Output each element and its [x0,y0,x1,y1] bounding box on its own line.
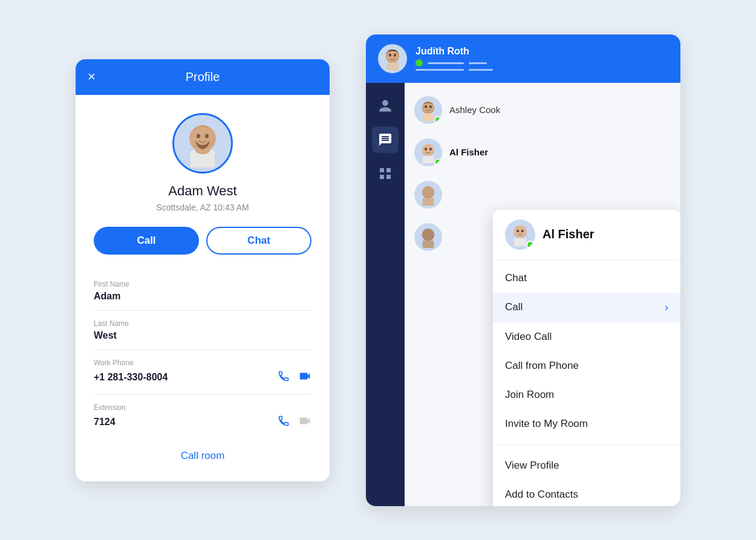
svg-point-19 [425,148,427,151]
last-name-value: West [94,330,117,341]
call-button[interactable]: Call [94,227,199,255]
contact4-avatar-image [417,226,439,248]
contact3-avatar-image [417,184,439,206]
menu-item-invite-room[interactable]: Invite to My Room [493,409,680,438]
menu-item-call[interactable]: Call › [493,293,680,322]
svg-point-10 [394,53,396,56]
menu-call-from-phone-label: Call from Phone [505,360,579,372]
field-first-name: First Name Adam [94,272,311,311]
extension-video-icon [298,414,311,431]
close-button[interactable]: × [88,70,96,83]
svg-rect-32 [514,238,526,246]
avatar-image [178,119,227,168]
menu-item-video-call[interactable]: Video Call [493,322,680,351]
judith-avatar-image [381,47,404,70]
contact4-avatar [414,223,442,251]
call-room-button[interactable]: Call room [94,439,311,467]
menu-item-view-profile[interactable]: View Profile [493,451,680,480]
field-work-phone: Work Phone +1 281-330-8004 [94,350,311,395]
svg-point-3 [197,134,200,138]
svg-point-9 [389,53,391,56]
contact-item-ashley[interactable]: Ashley Cook [405,89,680,131]
svg-point-23 [423,186,434,197]
context-avatar [505,220,535,250]
context-contact-name: Al Fisher [543,227,595,241]
profile-title: Profile [90,70,315,84]
field-last-name: Last Name West [94,311,311,350]
menu-add-contacts-label: Add to Contacts [505,489,578,501]
profile-name: Adam West [94,183,311,199]
menu-divider [493,444,680,445]
extension-value: 7124 [94,417,116,428]
svg-point-4 [205,134,209,138]
menu-item-add-contacts[interactable]: Add to Contacts [493,480,680,506]
header-info: Judith Roth [415,46,668,71]
ashley-online-dot [434,116,442,123]
menu-view-profile-label: View Profile [505,460,559,472]
call-chevron-icon: › [665,301,668,314]
svg-point-15 [429,105,432,108]
right-panel: Judith Roth [366,34,680,506]
svg-point-30 [516,229,519,232]
avatar-container [94,113,311,174]
work-phone-value: +1 281-330-8004 [94,372,168,383]
contact-item-al[interactable]: Al Fisher [405,131,680,174]
svg-point-18 [423,143,434,155]
menu-join-room-label: Join Room [505,389,554,401]
nav-chat-icon[interactable] [372,126,399,153]
work-phone-video-icon[interactable] [298,369,311,386]
ashley-name: Ashley Cook [449,105,500,115]
svg-rect-24 [423,198,434,206]
svg-rect-27 [423,240,434,248]
svg-point-14 [425,105,427,108]
profile-body: Adam West Scottsdale, AZ 10:43 AM Call C… [76,95,330,481]
menu-item-call-from-phone[interactable]: Call from Phone [493,351,680,380]
ashley-avatar [414,96,442,124]
chat-button[interactable]: Chat [206,227,311,255]
profile-location: Scottsdale, AZ 10:43 AM [94,203,311,212]
last-name-label: Last Name [94,319,311,328]
status-bar-2 [469,62,487,64]
header-bottom-bars [415,69,668,71]
context-menu: Al Fisher Chat Call › Video Call Call fr… [493,210,680,506]
first-name-label: First Name [94,280,311,288]
menu-item-join-room[interactable]: Join Room [493,380,680,409]
menu-call-label: Call [505,301,523,313]
sidebar-nav [366,83,405,506]
extension-call-icon[interactable] [278,415,290,430]
first-name-value: Adam [94,291,120,302]
header-bar-4 [469,69,493,71]
field-extension: Extension 7124 [94,395,311,439]
context-online-dot [526,241,534,249]
context-menu-header: Al Fisher [493,210,680,260]
svg-rect-21 [423,155,434,163]
svg-point-31 [521,229,524,232]
menu-invite-room-label: Invite to My Room [505,418,588,430]
extension-label: Extension [94,403,311,412]
svg-point-26 [423,228,434,239]
menu-item-chat[interactable]: Chat [493,264,680,293]
avatar [172,113,233,174]
profile-header: × Profile [76,59,330,95]
header-status [415,59,668,67]
header-name: Judith Roth [415,46,668,57]
svg-rect-11 [386,62,399,70]
work-phone-label: Work Phone [94,359,311,367]
contact3-avatar [414,181,442,209]
header-avatar [378,44,407,73]
svg-rect-16 [423,113,434,121]
status-bar-1 [428,62,464,64]
svg-point-29 [514,225,526,237]
svg-point-2 [192,126,213,148]
menu-section-profile: View Profile Add to Contacts [493,447,680,506]
al-name: Al Fisher [449,147,488,157]
al-online-dot [434,158,442,166]
nav-grid-icon[interactable] [372,160,399,187]
menu-section-actions: Chat Call › Video Call Call from Phone J… [493,260,680,442]
menu-video-call-label: Video Call [505,331,552,343]
nav-contacts-icon[interactable] [372,93,399,119]
profile-card: × Profile Adam West S [76,59,330,481]
header-bar-3 [415,69,464,71]
work-phone-call-icon[interactable] [278,370,290,385]
al-avatar [414,138,442,166]
